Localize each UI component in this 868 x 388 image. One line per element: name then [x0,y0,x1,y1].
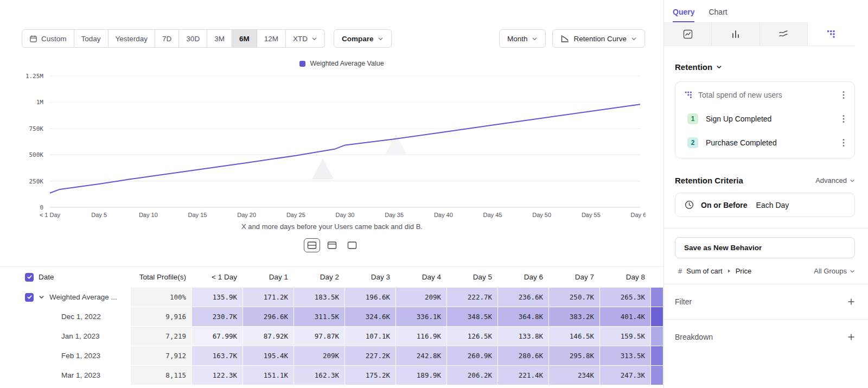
table-cell: 242.8K [396,346,446,365]
retention-table: DateTotal Profile(s)< 1 DayDay 1Day 2Day… [0,266,663,385]
svg-text:Day 45: Day 45 [483,212,502,218]
retention-chart: 1.25M1M750K500K250K0< 1 DayDay 5Day 10Da… [22,71,646,221]
chevron-down-icon [716,64,722,70]
expand-chevron-icon[interactable] [39,294,44,300]
column-header: Total Profile(s) [131,267,192,287]
behavior-title: Total spend of new users [698,91,782,99]
chevron-down-icon [631,36,637,42]
range-custom[interactable]: Custom [22,29,74,48]
table-row-label[interactable]: Feb 1, 2023 [0,346,130,365]
table-cell: 122.3K [192,366,242,385]
table-cell: 348.5K [447,307,497,326]
bar-chart-tab[interactable] [712,22,760,46]
column-header: Day 2 [294,267,344,287]
advanced-select[interactable]: Advanced [815,176,855,185]
insights-tab[interactable] [664,22,712,46]
range-today[interactable]: Today [74,29,108,48]
range-7d[interactable]: 7D [155,29,179,48]
bar-chart-icon [731,29,741,39]
step-number-badge: 1 [687,113,698,124]
table-cell: 196.6K [345,288,395,307]
table-cell: 265.3K [600,288,650,307]
tab-chart[interactable]: Chart [709,8,727,22]
svg-text:750K: 750K [29,125,44,132]
criteria-condition[interactable]: On or Before [701,201,748,209]
chevron-down-icon [850,178,855,183]
table-cell: 126.5K [447,327,497,346]
kebab-menu-icon[interactable] [840,137,847,148]
range-3m[interactable]: 3M [207,29,232,48]
range-label: 3M [214,35,225,43]
range-yesterday[interactable]: Yesterday [108,29,156,48]
range-xtd[interactable]: XTD [286,29,325,48]
table-cell: 324.6K [345,307,395,326]
table-header-date: Date [0,267,130,287]
cell-total-profiles: 100% [131,288,192,307]
svg-text:Day 10: Day 10 [139,212,158,218]
table-cell: 230.7K [192,307,242,326]
table-cell: 209K [396,288,446,307]
column-header: Day 7 [549,267,599,287]
table-cell: 227.2K [345,346,395,365]
table-cell: 296.6K [243,307,293,326]
compare-button[interactable]: Compare [334,29,392,48]
svg-text:Day 55: Day 55 [582,212,601,218]
report-area: CustomTodayYesterday7D30D3M6M12MXTD Comp… [0,0,664,388]
add-breakdown-button[interactable] [847,333,855,341]
view-toggle-split-rows[interactable] [304,238,320,252]
step-label: Sign Up Completed [706,115,771,123]
table-cell: 260.9K [447,346,497,365]
range-12m[interactable]: 12M [257,29,286,48]
breadcrumb-arrow-icon [727,269,731,273]
criteria-frequency[interactable]: Each Day [756,201,789,209]
groups-select[interactable]: All Groups [814,267,855,275]
view-toggle-header-row[interactable] [324,238,340,252]
kebab-menu-icon[interactable] [840,90,847,100]
measure-property[interactable]: Price [736,267,752,275]
table-cell: 183.5K [294,288,344,307]
range-label: Today [81,35,101,43]
table-row-label[interactable]: Dec 1, 2022 [0,307,130,326]
calendar-icon [29,35,37,43]
add-filter-button[interactable] [847,298,855,306]
column-header-overflow [651,267,663,287]
view-toggle-plain[interactable] [344,238,360,252]
select-all-checkbox[interactable] [25,273,34,282]
groups-label: All Groups [814,267,847,275]
table-cell: 250.7K [549,288,599,307]
table-row-label[interactable]: Mar 1, 2023 [0,366,130,385]
svg-text:Day 25: Day 25 [286,212,305,218]
stream-tab[interactable] [760,22,808,46]
row-checkbox[interactable] [25,293,34,302]
table-cell: 383.2K [549,307,599,326]
number-property-icon: # [678,267,682,275]
table-row-label[interactable]: Weighted Average ... [0,288,130,307]
criteria-card[interactable]: On or Before Each Day [675,193,855,217]
kebab-menu-icon[interactable] [840,113,847,124]
behavior-title-row[interactable]: Total spend of new users [675,82,854,107]
retention-curve-icon [560,35,569,43]
chevron-down-icon [311,36,317,42]
behavior-steps: 1Sign Up Completed2Purchase Completed [675,107,854,155]
svg-text:1M: 1M [36,99,44,106]
range-6m[interactable]: 6M [232,29,257,48]
column-header: Day 1 [243,267,293,287]
save-as-new-behavior-button[interactable]: Save as New Behavior [675,237,855,258]
column-header: Day 3 [345,267,395,287]
granularity-button[interactable]: Month [499,29,546,48]
chart-type-button[interactable]: Retention Curve [552,29,645,48]
table-row-label[interactable]: Jan 1, 2023 [0,327,130,346]
measure-label[interactable]: Sum of cart [686,267,722,275]
range-30d[interactable]: 30D [179,29,207,48]
retention-tab[interactable] [808,22,855,46]
behavior-step-1[interactable]: 1Sign Up Completed [675,107,854,131]
table-cell: 313.5K [600,346,650,365]
table-cell: 133.8K [498,327,548,346]
table-cell: 162.3K [294,366,344,385]
row-label: Feb 1, 2023 [61,352,100,360]
tab-query[interactable]: Query [673,8,694,22]
table-cell: 146.5K [549,327,599,346]
legend-swatch-icon [299,61,305,67]
retention-type-select[interactable]: Retention [675,62,855,72]
behavior-step-2[interactable]: 2Purchase Completed [675,131,854,155]
